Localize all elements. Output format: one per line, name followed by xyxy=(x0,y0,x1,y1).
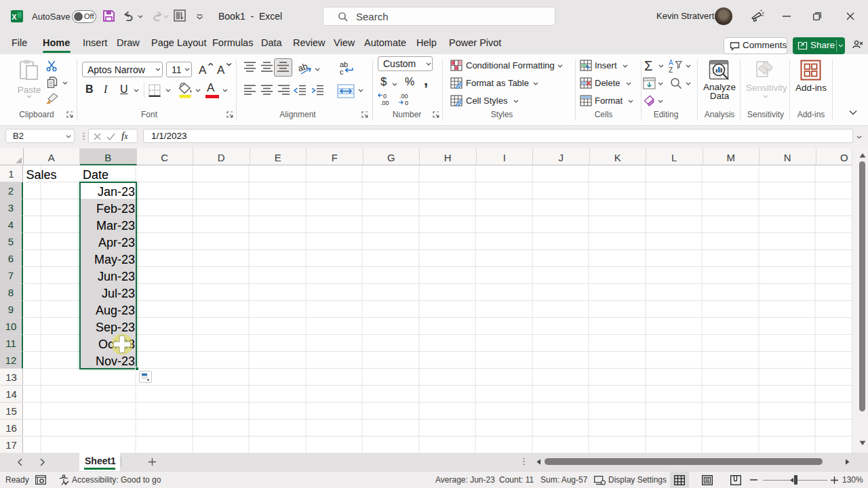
svg-text:A: A xyxy=(669,59,673,66)
svg-text:Z: Z xyxy=(669,66,673,73)
svg-text:.00: .00 xyxy=(399,93,408,100)
svg-text:A: A xyxy=(217,64,225,76)
svg-text:ab: ab xyxy=(297,61,309,74)
svg-text:0: 0 xyxy=(383,93,387,100)
svg-text:A: A xyxy=(199,64,207,76)
svg-text:X: X xyxy=(12,13,17,21)
svg-text:c: c xyxy=(340,68,344,75)
svg-text:.00: .00 xyxy=(380,100,389,106)
svg-text:0: 0 xyxy=(405,100,408,106)
